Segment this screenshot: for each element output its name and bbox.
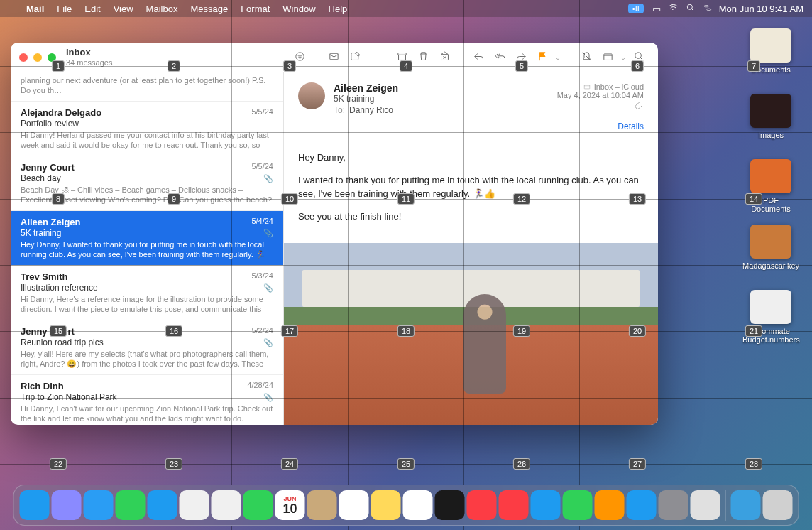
grid-label: 6 [631, 60, 644, 72]
dock-photos[interactable] [212, 490, 241, 520]
flag-button[interactable] [532, 50, 553, 65]
svg-point-0 [687, 4, 692, 9]
grid-label: 24 [281, 458, 298, 470]
mailbox-title: Inbox [66, 48, 112, 58]
menu-bar: Mail FileEditViewMailboxMessageFormatWin… [0, 0, 812, 17]
dock-messages[interactable] [116, 490, 146, 520]
dock-pages[interactable] [595, 490, 625, 520]
dock-notes[interactable] [371, 490, 401, 520]
menu-window[interactable]: Window [276, 4, 322, 14]
desktop-madagascar-key[interactable]: Madagascar.key [742, 225, 799, 270]
dock-facetime[interactable] [243, 490, 273, 520]
compose-button[interactable] [323, 50, 344, 65]
dock-music[interactable] [467, 490, 497, 520]
dock-mail[interactable] [148, 490, 177, 520]
menu-edit[interactable]: Edit [78, 4, 106, 14]
message-row[interactable]: Trev Smith5/3/24Illustration reference📎H… [11, 266, 283, 320]
grid-label: 14 [745, 193, 762, 205]
mail-toolbar: Inbox 34 messages ⌵ ⌵ [11, 43, 658, 72]
grid-label: 21 [745, 325, 762, 337]
menu-message[interactable]: Message [184, 4, 234, 14]
move-button[interactable] [597, 50, 618, 65]
grid-label: 28 [745, 458, 762, 470]
reader-mailbox[interactable]: Inbox – iCloud [557, 82, 644, 91]
dock-trash[interactable] [763, 490, 793, 520]
svg-rect-9 [351, 53, 358, 60]
grid-label: 11 [397, 193, 415, 205]
reader-body: Hey Danny,I wanted to thank you for putt… [284, 139, 658, 243]
dock-news[interactable] [499, 490, 529, 520]
message-count: 34 messages [66, 58, 112, 67]
details-link[interactable]: Details [557, 121, 644, 131]
grid-label: 27 [629, 458, 646, 470]
dock-keynote[interactable] [531, 490, 561, 520]
dock-safari[interactable] [84, 490, 114, 520]
reader-from: Aileen Zeigen [334, 82, 549, 94]
grid-label: 18 [397, 325, 415, 337]
message-row[interactable]: planning our next adventure (or at least… [11, 72, 283, 102]
dock-contacts[interactable] [307, 490, 337, 520]
screen-record-indicator[interactable]: •II [628, 4, 644, 13]
dock: JUN10 [13, 485, 799, 526]
message-row[interactable]: Rich Dinh4/28/24Trip to Zion National Pa… [11, 375, 283, 425]
svg-rect-3 [707, 9, 711, 10]
grid-label: 9 [168, 193, 180, 205]
grid-label: 5 [515, 60, 528, 72]
window-minimize[interactable] [33, 53, 42, 62]
delete-button[interactable] [412, 50, 434, 65]
grid-label: 17 [281, 325, 298, 337]
move-menu-chevron[interactable]: ⌵ [618, 53, 628, 61]
flag-menu-chevron[interactable]: ⌵ [553, 53, 563, 61]
wifi-icon[interactable] [665, 2, 682, 15]
dock-reminders[interactable] [339, 490, 369, 520]
dock-appstore[interactable] [627, 490, 657, 520]
grid-label: 19 [513, 325, 530, 337]
grid-label: 10 [281, 193, 298, 205]
svg-point-14 [635, 52, 641, 58]
grid-label: 22 [50, 458, 67, 470]
dock-launchpad[interactable] [52, 490, 82, 520]
menu-file[interactable]: File [50, 4, 78, 14]
menu-view[interactable]: View [107, 4, 140, 14]
message-row[interactable]: Aileen Zeigen5/4/245K training📎Hey Danny… [11, 211, 283, 266]
svg-rect-2 [704, 5, 708, 6]
paperclip-icon: 📎 [263, 229, 273, 238]
dock-settings[interactable] [659, 490, 688, 520]
dock-iphone[interactable] [691, 490, 720, 520]
grid-hline [0, 398, 812, 399]
grid-label: 20 [629, 325, 646, 337]
dock-tv[interactable] [435, 490, 465, 520]
grid-label: 12 [513, 193, 530, 205]
paperclip-icon: 📎 [263, 393, 273, 402]
window-close[interactable] [19, 53, 28, 62]
menu-format[interactable]: Format [234, 4, 276, 14]
dock-freeform[interactable] [403, 490, 433, 520]
svg-rect-13 [603, 53, 611, 60]
grid-label: 15 [50, 325, 67, 337]
dock-downloads[interactable] [731, 490, 761, 520]
battery-icon[interactable]: ▭ [648, 4, 665, 14]
dock-finder[interactable] [20, 490, 50, 520]
desktop-pdf-documents[interactable]: PDF Documents [742, 159, 799, 213]
dock-numbers[interactable] [563, 490, 593, 520]
grid-label: 16 [165, 325, 182, 337]
reply-button[interactable] [468, 50, 489, 65]
reply-all-button[interactable] [489, 50, 510, 65]
control-center-icon[interactable] [699, 3, 716, 15]
app-menu[interactable]: Mail [20, 4, 50, 14]
menu-mailbox[interactable]: Mailbox [140, 4, 185, 14]
dock-calendar[interactable]: JUN10 [275, 490, 305, 520]
svg-rect-11 [398, 55, 405, 60]
grid-label: 2 [168, 60, 180, 72]
menu-clock[interactable]: Mon Jun 10 9:41 AM [716, 4, 812, 14]
message-list[interactable]: planning our next adventure (or at least… [11, 72, 284, 425]
menu-help[interactable]: Help [322, 4, 354, 14]
message-row[interactable]: Alejandra Delgado5/5/24Portfolio reviewH… [11, 102, 283, 156]
reader-subject: 5K training [334, 94, 549, 104]
dock-maps[interactable] [180, 490, 209, 520]
grid-label: 8 [52, 193, 65, 205]
attachment-icon[interactable] [557, 101, 644, 112]
paperclip-icon: 📎 [263, 283, 273, 293]
spotlight-icon[interactable] [682, 3, 699, 15]
junk-button[interactable] [434, 50, 455, 65]
